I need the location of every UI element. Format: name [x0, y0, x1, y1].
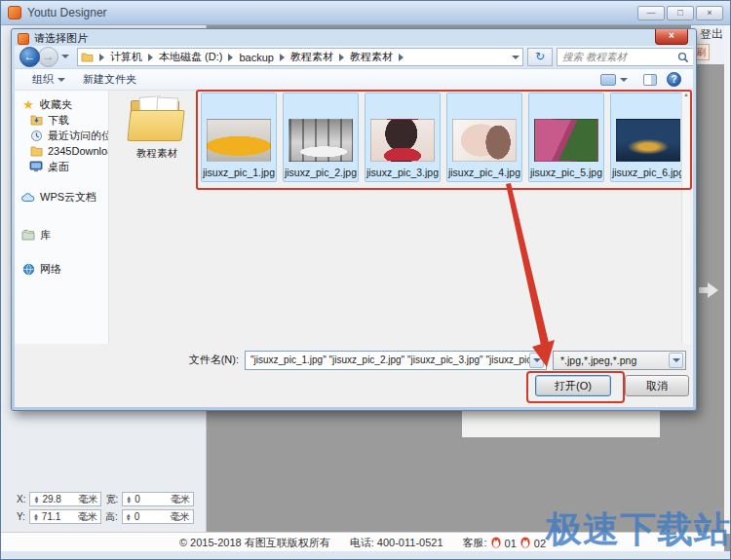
sidebar-item-label: 收藏夹 — [40, 97, 72, 112]
folder-item[interactable]: 教程素材 — [122, 93, 192, 161]
width-unit: 毫米 — [171, 493, 190, 506]
organize-dropdown-icon — [58, 78, 65, 82]
file-item-6[interactable]: jisuxz_pic_6.jpg — [610, 93, 686, 182]
library-icon — [21, 228, 35, 242]
file-item-2[interactable]: jisuxz_pic_2.jpg — [283, 93, 359, 182]
logout-link[interactable]: 登出 — [700, 26, 723, 43]
crumb-computer[interactable]: 计算机 — [110, 50, 142, 64]
sidebar-item-favorites[interactable]: ★ 收藏夹 — [15, 96, 108, 112]
file-item-3[interactable]: jisuxz_pic_3.jpg — [365, 93, 441, 182]
width-spinner[interactable]: ▲▼ 0 毫米 — [122, 492, 194, 506]
filename-combo[interactable]: "jisuxz_pic_1.jpg" "jisuxz_pic_2.jpg" "j… — [245, 351, 547, 370]
canvas-white-shape[interactable] — [462, 411, 660, 437]
organize-menu[interactable]: 组织 — [26, 70, 71, 89]
dialog-title: 请选择图片 — [34, 31, 88, 46]
download-icon — [29, 113, 43, 127]
spin-arrows-icon[interactable]: ▲▼ — [33, 496, 39, 504]
dialog-titlebar[interactable]: 请选择图片 — [12, 29, 696, 46]
filename-row: 文件名(N): "jisuxz_pic_1.jpg" "jisuxz_pic_2… — [15, 350, 693, 370]
app-logo-icon — [8, 6, 21, 19]
organize-label: 组织 — [32, 72, 54, 87]
maximize-button[interactable]: □ — [667, 6, 694, 20]
spin-arrows-icon[interactable]: ▲▼ — [126, 513, 132, 521]
width-value[interactable]: 0 — [135, 494, 168, 504]
main-titlebar: Youtu Designer — □ × — [1, 1, 730, 25]
spin-arrows-icon[interactable]: ▲▼ — [33, 513, 39, 521]
dialog-close-button[interactable]: × — [655, 29, 688, 45]
x-spinner[interactable]: ▲▼ 29.8 毫米 — [29, 492, 101, 506]
new-folder-label: 新建文件夹 — [83, 72, 136, 87]
crumb-disk-d[interactable]: 本地磁盘 (D:) — [159, 50, 222, 64]
folder-icon — [81, 52, 94, 62]
sidebar-item-label: 2345Downloa — [48, 145, 109, 157]
y-label: Y: — [17, 511, 25, 522]
sidebar-item-2345download[interactable]: 2345Downloa — [15, 143, 108, 159]
crumb-backup[interactable]: backup — [239, 52, 273, 63]
sidebar-item-downloads[interactable]: 下载 — [15, 112, 108, 128]
sidebar-item-desktop[interactable]: 桌面 — [15, 159, 108, 174]
thumbnail-flower-field — [534, 119, 598, 162]
forward-button[interactable]: → — [38, 47, 58, 67]
scroll-up-icon[interactable]: ▲ — [683, 92, 689, 97]
crumb-separator-icon — [399, 54, 404, 61]
address-dropdown-icon[interactable] — [512, 56, 519, 59]
file-list-scrollbar[interactable]: ▲ — [681, 91, 690, 344]
search-box[interactable]: 搜索 教程素材 — [557, 48, 693, 66]
sidebar-item-label: 网络 — [40, 262, 61, 277]
views-dropdown-icon — [620, 78, 628, 82]
folder-item-label: 教程素材 — [122, 147, 192, 161]
sidebar-item-recent-places[interactable]: 最近访问的位置 — [15, 128, 108, 143]
back-button[interactable]: ← — [19, 47, 40, 67]
service-1[interactable]: 01 — [505, 538, 517, 549]
y-spinner[interactable]: ▲▼ 71.1 毫米 — [29, 509, 101, 524]
help-button[interactable]: ? — [667, 72, 681, 87]
filetype-dropdown-button[interactable] — [669, 353, 683, 368]
qq-icon[interactable] — [490, 537, 502, 549]
file-item-5[interactable]: jisuxz_pic_5.jpg — [528, 93, 604, 182]
selected-files-group: jisuxz_pic_1.jpg jisuxz_pic_2.jpg jisuxz… — [201, 93, 686, 182]
canvas-teal-shape[interactable] — [256, 411, 457, 441]
sidebar-item-libraries[interactable]: 库 — [15, 227, 108, 243]
refresh-button[interactable]: ↻ — [527, 48, 553, 66]
height-spinner[interactable]: ▲▼ 0 毫米 — [122, 509, 194, 524]
file-item-4[interactable]: jisuxz_pic_4.jpg — [446, 93, 522, 182]
history-dropdown-icon[interactable] — [61, 55, 69, 58]
preview-pane-icon[interactable] — [643, 74, 657, 86]
breadcrumb[interactable]: 计算机 本地磁盘 (D:) backup 教程素材 教程素材 — [77, 48, 523, 66]
views-button[interactable] — [595, 72, 634, 88]
height-label: 高: — [105, 510, 118, 524]
crumb-folder-1[interactable]: 教程素材 — [290, 50, 333, 64]
crumb-separator-icon — [339, 54, 344, 61]
cancel-button[interactable]: 取消 — [625, 375, 689, 396]
recent-icon — [29, 129, 43, 142]
x-value[interactable]: 29.8 — [42, 494, 75, 504]
filename-input[interactable]: "jisuxz_pic_1.jpg" "jisuxz_pic_2.jpg" "j… — [250, 355, 529, 365]
y-value[interactable]: 71.1 — [42, 511, 75, 522]
file-name: jisuxz_pic_5.jpg — [530, 167, 602, 178]
sidebar-item-network[interactable]: 网络 — [15, 261, 108, 277]
sidebar-item-label: 下载 — [48, 113, 69, 128]
filetype-combo[interactable]: *.jpg,*.jpeg,*.png — [553, 351, 686, 370]
spin-arrows-icon[interactable]: ▲▼ — [126, 496, 132, 504]
dialog-body: ← → 计算机 本地磁盘 (D:) backup 教程素材 教程素材 — [15, 46, 693, 407]
minimize-button[interactable]: — — [637, 6, 665, 20]
search-input[interactable]: 搜索 教程素材 — [562, 51, 677, 64]
qq-icon[interactable] — [519, 537, 531, 549]
open-button[interactable]: 打开(O) — [535, 375, 611, 396]
app-window: Youtu Designer — □ × 登出 刷 X: ▲▼ 29.8 毫米 … — [0, 0, 731, 560]
search-icon[interactable] — [677, 52, 689, 63]
thumbnail-portrait — [452, 119, 517, 162]
x-unit: 毫米 — [78, 493, 97, 506]
file-item-1[interactable]: jisuxz_pic_1.jpg — [201, 93, 277, 182]
site-watermark: 极速下载站 — [546, 505, 731, 554]
inspector-row-x: X: ▲▼ 29.8 毫米 宽: ▲▼ 0 毫米 — [17, 492, 194, 506]
sidebar-item-wps-cloud[interactable]: WPS云文档 — [15, 189, 108, 205]
crumb-folder-2[interactable]: 教程素材 — [350, 50, 393, 64]
new-folder-button[interactable]: 新建文件夹 — [77, 70, 142, 89]
filename-dropdown-button[interactable] — [529, 353, 544, 368]
height-value[interactable]: 0 — [135, 511, 168, 522]
service-2[interactable]: 02 — [534, 538, 546, 549]
close-button[interactable]: × — [696, 6, 723, 20]
expand-panel-arrow-icon[interactable] — [699, 282, 720, 298]
sidebar-item-label: 库 — [40, 228, 51, 243]
